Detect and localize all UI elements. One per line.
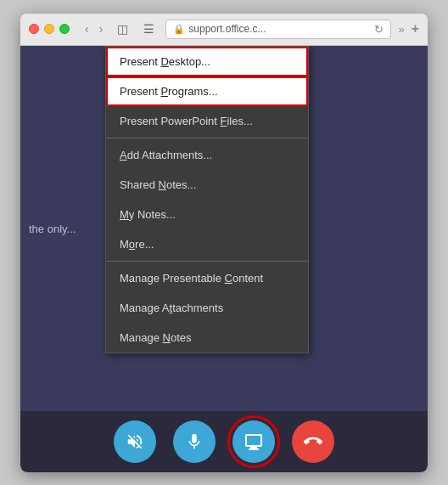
- menu-item-present-desktop[interactable]: Present Desktop...: [106, 47, 308, 76]
- mute-button[interactable]: [114, 420, 156, 463]
- underline-t: t: [170, 302, 173, 314]
- divider-2: [106, 261, 308, 262]
- minimize-button[interactable]: [44, 24, 54, 34]
- menu-item-my-notes[interactable]: My Notes...: [106, 200, 308, 229]
- background-text: the only...: [29, 222, 76, 234]
- view-button[interactable]: ◫: [113, 20, 132, 37]
- underline-o: o: [129, 238, 135, 251]
- maximize-button[interactable]: [59, 24, 70, 34]
- content-area: the only... Present Desktop... Present P…: [20, 46, 428, 411]
- dropdown-menu: Present Desktop... Present Programs... P…: [105, 46, 309, 353]
- screen-icon: [244, 431, 264, 452]
- underline-p: P: [160, 85, 168, 98]
- screen-share-button[interactable]: [232, 420, 275, 463]
- bottom-bar: [20, 411, 428, 472]
- menu-item-present-programs[interactable]: Present Programs...: [106, 76, 308, 106]
- back-button[interactable]: ‹: [81, 20, 92, 37]
- lock-icon: 🔒: [173, 24, 185, 35]
- browser-window: ‹ › ◫ ☰ 🔒 support.office.c... ↻ » + the …: [20, 14, 428, 472]
- refresh-button[interactable]: ↻: [374, 23, 384, 36]
- menu-button[interactable]: ☰: [139, 20, 159, 37]
- mic-icon: [185, 432, 204, 451]
- close-button[interactable]: [29, 24, 39, 34]
- underline-mn: N: [163, 331, 171, 344]
- menu-item-present-powerpoint[interactable]: Present PowerPoint Files...: [106, 106, 308, 136]
- underline-f: F: [221, 115, 227, 127]
- underline-n: N: [159, 178, 166, 191]
- traffic-lights: [29, 24, 70, 34]
- nav-buttons: ‹ ›: [81, 20, 106, 37]
- divider-1: [106, 138, 308, 138]
- forward-button[interactable]: ›: [96, 20, 107, 37]
- menu-item-manage-attachments[interactable]: Manage Attachments: [106, 293, 308, 323]
- underline-c: C: [225, 272, 232, 285]
- address-text: support.office.c...: [188, 23, 266, 35]
- menu-item-shared-notes[interactable]: Shared Notes...: [106, 170, 308, 200]
- address-bar[interactable]: 🔒 support.office.c... ↻: [165, 20, 391, 39]
- title-bar: ‹ › ◫ ☰ 🔒 support.office.c... ↻ » +: [20, 14, 428, 46]
- menu-item-add-attachments[interactable]: Add Attachments...: [106, 140, 308, 170]
- underline-m: M: [120, 208, 129, 221]
- end-call-icon: [304, 432, 322, 451]
- menu-item-manage-presentable[interactable]: Manage Presentable Content: [106, 263, 308, 293]
- menu-item-manage-notes[interactable]: Manage Notes: [106, 323, 308, 352]
- new-tab-button[interactable]: +: [412, 21, 419, 37]
- mute-icon: [126, 432, 144, 451]
- underline-d: D: [160, 55, 168, 68]
- extensions-button[interactable]: »: [398, 23, 404, 36]
- mic-button[interactable]: [173, 420, 216, 463]
- underline-a: A: [120, 149, 127, 161]
- menu-item-more[interactable]: More...: [106, 229, 308, 259]
- end-call-button[interactable]: [292, 420, 334, 463]
